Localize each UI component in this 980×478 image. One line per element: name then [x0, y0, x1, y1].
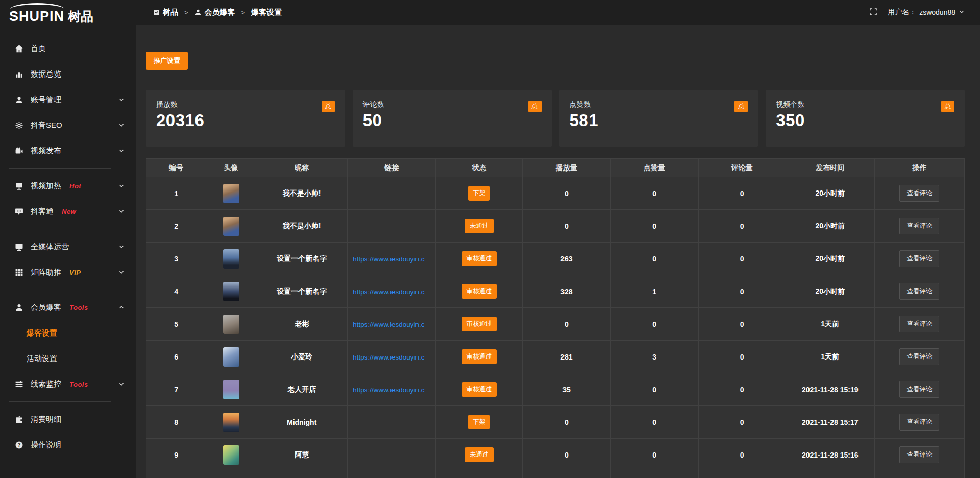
status-badge[interactable]: 审核通过 — [462, 284, 497, 299]
table-row: 8Midnight下架0002021-11-28 15:17查看评论 — [146, 406, 965, 439]
sidebar-item-tag: New — [62, 208, 76, 216]
table-row: 5老彬https://www.iesdouyin.c审核通过0001天前查看评论 — [146, 308, 965, 341]
cell-nickname: 设置一个新名字 — [256, 243, 348, 275]
cell-status: 未通过 — [436, 439, 523, 471]
cell-status: 下架 — [436, 406, 523, 439]
cell-nickname: 老人开店 — [256, 373, 348, 406]
breadcrumb-item-shupin[interactable]: 树品 — [153, 8, 178, 17]
sidebar-item-publish[interactable]: 视频发布 — [0, 138, 136, 163]
stat-card-value: 581 — [570, 111, 748, 130]
sidebar-item-label: 矩阵助推 — [31, 268, 61, 277]
column-header: 编号 — [146, 159, 206, 177]
cell-likes: 0 — [610, 210, 698, 243]
cell-likes: 0 — [610, 373, 698, 406]
cell-plays: 0 — [523, 406, 610, 439]
chevron-down-icon — [118, 208, 125, 214]
sidebar-item-matrix[interactable]: 矩阵助推VIP — [0, 259, 136, 285]
cell-comments: 0 — [698, 373, 786, 406]
status-badge[interactable]: 审核通过 — [462, 317, 497, 331]
avatar — [223, 249, 239, 269]
cell-nickname — [256, 471, 348, 478]
view-comments-button[interactable]: 查看评论 — [899, 283, 939, 300]
view-comments-button[interactable]: 查看评论 — [899, 446, 939, 463]
status-badge[interactable]: 下架 — [468, 186, 490, 201]
view-comments-button[interactable]: 查看评论 — [899, 348, 939, 365]
status-badge[interactable]: 下架 — [468, 415, 490, 429]
view-comments-button[interactable]: 查看评论 — [899, 381, 939, 398]
sidebar-item-seo[interactable]: 抖音SEO — [0, 112, 136, 138]
cell-action: 查看评论 — [874, 275, 964, 308]
cell-link — [348, 406, 436, 439]
cell-time: 20小时前 — [786, 210, 874, 243]
cell-action: 查看评论 — [874, 439, 964, 471]
stat-card-value: 50 — [363, 111, 542, 130]
cell-time: 1天前 — [786, 308, 874, 341]
video-link[interactable]: https://www.iesdouyin.c — [353, 321, 424, 328]
cell-no: 5 — [146, 308, 206, 341]
cell-comments: 0 — [698, 439, 786, 471]
view-comments-button[interactable]: 查看评论 — [899, 185, 939, 202]
status-badge[interactable]: 未通过 — [465, 447, 494, 462]
sidebar-item-account[interactable]: 账号管理 — [0, 87, 136, 112]
cell-avatar — [206, 243, 256, 275]
sidebar-item-baoke[interactable]: 会员爆客Tools — [0, 295, 136, 320]
fullscreen-icon[interactable] — [869, 8, 877, 17]
status-badge[interactable]: 审核通过 — [462, 251, 497, 266]
promo-settings-button[interactable]: 推广设置 — [146, 52, 188, 70]
cell-time: 2021-11-28 15:17 — [786, 406, 874, 439]
video-link[interactable]: https://www.iesdouyin.c — [353, 386, 424, 394]
username-dropdown[interactable]: 用户名：zswodun88 — [888, 8, 965, 17]
gear-icon — [14, 121, 23, 130]
cell-comments: 0 — [698, 210, 786, 243]
sidebar-item-heat[interactable]: 视频加热Hot — [0, 173, 136, 199]
sidebar-subitem-baoke-settings[interactable]: 爆客设置 — [0, 320, 136, 346]
cell-link — [348, 439, 436, 471]
videos-table: 编号头像昵称链接状态播放量点赞量评论量发布时间操作 1我不是小帅!下架00020… — [146, 158, 965, 478]
table-row: 7老人开店https://www.iesdouyin.c审核通过35002021… — [146, 373, 965, 406]
sidebar-item-media[interactable]: 全媒体运营 — [0, 234, 136, 259]
video-link[interactable]: https://www.iesdouyin.c — [353, 288, 424, 296]
view-comments-button[interactable]: 查看评论 — [899, 316, 939, 332]
sidebar-item-label: 消费明细 — [31, 415, 61, 424]
sidebar-item-tag: Tools — [69, 380, 88, 388]
view-comments-button[interactable]: 查看评论 — [899, 414, 939, 431]
menu-divider — [9, 168, 111, 169]
cell-action: 查看评论 — [874, 341, 964, 373]
cell-plays: 0 — [523, 439, 610, 471]
sidebar-item-label: 数据总览 — [31, 69, 61, 79]
wallet-icon — [14, 415, 23, 424]
breadcrumb-item-baoke-settings[interactable]: 爆客设置 — [251, 8, 282, 17]
sidebar-item-label: 操作说明 — [31, 440, 61, 450]
breadcrumb-label: 树品 — [163, 8, 178, 17]
table-row: 1我不是小帅!下架00020小时前查看评论 — [146, 177, 965, 210]
table-body: 1我不是小帅!下架00020小时前查看评论2我不是小帅!未通过00020小时前查… — [146, 177, 965, 478]
view-comments-button[interactable]: 查看评论 — [899, 250, 939, 267]
cell-link: https://www.iesdouyin.c — [348, 341, 436, 373]
sidebar-item-overview[interactable]: 数据总览 — [0, 61, 136, 87]
cell-no: 1 — [146, 177, 206, 210]
sidebar-item-help[interactable]: ?操作说明 — [0, 432, 136, 458]
video-link[interactable]: https://www.iesdouyin.c — [353, 353, 424, 361]
status-badge[interactable]: 审核通过 — [462, 382, 497, 397]
breadcrumb-item-member-baoke[interactable]: 会员爆客 — [194, 8, 235, 17]
sidebar-item-douketong[interactable]: 抖客通New — [0, 199, 136, 224]
sidebar-subitem-activity-settings[interactable]: 活动设置 — [0, 346, 136, 371]
cell-likes: 0 — [610, 406, 698, 439]
user-area: 用户名：zswodun88 — [869, 8, 965, 17]
sidebar-item-expense[interactable]: 消费明细 — [0, 407, 136, 432]
view-comments-button[interactable]: 查看评论 — [899, 218, 939, 234]
video-link[interactable]: https://www.iesdouyin.c — [353, 255, 424, 263]
logo-text-cn: 树品 — [68, 9, 93, 23]
status-badge[interactable]: 未通过 — [465, 219, 494, 233]
status-badge[interactable]: 审核通过 — [462, 349, 497, 364]
sidebar-item-clue[interactable]: 线索监控Tools — [0, 371, 136, 397]
cell-likes: 0 — [610, 439, 698, 471]
breadcrumb-separator: > — [241, 9, 246, 16]
table-head: 编号头像昵称链接状态播放量点赞量评论量发布时间操作 — [146, 159, 965, 177]
cell-link: https://www.iesdouyin.c — [348, 308, 436, 341]
cell-comments — [698, 471, 786, 478]
sidebar-item-home[interactable]: 首页 — [0, 36, 136, 61]
column-header: 昵称 — [256, 159, 348, 177]
logo-text-en: SHUPIN — [9, 9, 64, 24]
column-header: 发布时间 — [786, 159, 874, 177]
